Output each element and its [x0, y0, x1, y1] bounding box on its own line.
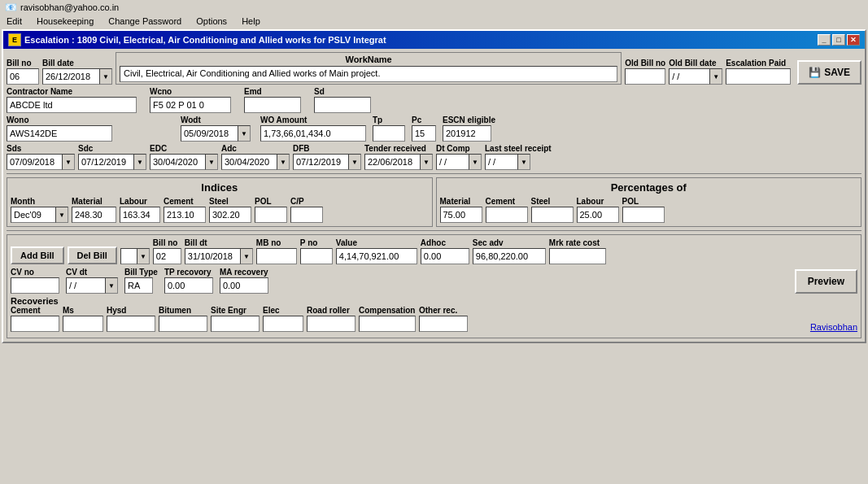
- minimize-button[interactable]: _: [818, 34, 831, 46]
- tp-input[interactable]: [373, 125, 405, 142]
- cp-label: C/P: [290, 197, 323, 206]
- cement-input[interactable]: [164, 207, 206, 223]
- pc-input[interactable]: [412, 125, 436, 142]
- wo-amount-input[interactable]: [260, 125, 366, 142]
- close-button[interactable]: ✕: [847, 34, 860, 46]
- last-steel-receipt-dropdown[interactable]: ▼: [517, 154, 530, 170]
- road-roller-rec-input[interactable]: [307, 316, 355, 332]
- sdc-input[interactable]: [78, 154, 133, 170]
- tender-received-dropdown[interactable]: ▼: [420, 154, 433, 170]
- adc-dropdown[interactable]: ▼: [277, 154, 290, 170]
- compensation-rec-input[interactable]: [359, 316, 416, 332]
- edc-input[interactable]: [150, 154, 205, 170]
- mb-no-input[interactable]: [256, 248, 297, 264]
- old-bill-no-input[interactable]: [625, 68, 665, 85]
- bill-dt-label: Bill dt: [185, 238, 253, 247]
- bill-date-dropdown[interactable]: ▼: [99, 68, 112, 85]
- dt-comp-dropdown[interactable]: ▼: [469, 154, 482, 170]
- bill-dt-dropdown[interactable]: ▼: [240, 248, 253, 264]
- pol-input[interactable]: [255, 207, 287, 223]
- pct-labour-input[interactable]: [577, 207, 619, 223]
- add-bill-button[interactable]: Add Bill: [11, 246, 64, 264]
- pct-steel-input[interactable]: [531, 207, 574, 223]
- other-rec-input[interactable]: [419, 316, 468, 332]
- pct-cement-input[interactable]: [486, 207, 528, 223]
- bill-no2-group: Bill no: [153, 238, 181, 264]
- pct-material-input[interactable]: [440, 207, 482, 223]
- labour-input[interactable]: [120, 207, 160, 223]
- steel-input[interactable]: [209, 207, 251, 223]
- month-input[interactable]: [11, 207, 55, 223]
- bitumen-rec-label: Bitumen: [159, 306, 207, 315]
- edc-dropdown[interactable]: ▼: [205, 154, 218, 170]
- menu-help[interactable]: Help: [235, 15, 267, 28]
- pct-pol-input[interactable]: [622, 207, 665, 223]
- wodt-dropdown[interactable]: ▼: [238, 125, 251, 142]
- bill-list-dropdown[interactable]: ▼: [137, 248, 150, 264]
- sdc-group: Sdc ▼: [78, 144, 146, 170]
- cv-no-input[interactable]: [11, 277, 59, 294]
- pc-group: Pc: [412, 116, 436, 142]
- bill-type-input[interactable]: [124, 277, 153, 294]
- old-bill-no-group: Old Bill no: [625, 59, 665, 85]
- pct-steel-group: Steel: [531, 197, 574, 223]
- material-input[interactable]: [72, 207, 116, 223]
- wodt-input[interactable]: [181, 125, 238, 142]
- maximize-button[interactable]: □: [832, 34, 845, 46]
- value-input[interactable]: [336, 248, 417, 264]
- cv-dt-dropdown[interactable]: ▼: [105, 277, 118, 294]
- tender-received-input[interactable]: [364, 154, 420, 170]
- bill-no-input[interactable]: 06: [7, 68, 39, 85]
- dt-comp-input[interactable]: [436, 154, 469, 170]
- ma-recovery-input[interactable]: [220, 277, 268, 294]
- sec-adv-input[interactable]: [473, 248, 546, 264]
- bitumen-rec-input[interactable]: [159, 316, 207, 332]
- elec-rec-input[interactable]: [263, 316, 303, 332]
- adhoc-input[interactable]: [421, 248, 469, 264]
- menu-options[interactable]: Options: [190, 15, 233, 28]
- sds-dropdown[interactable]: ▼: [62, 154, 75, 170]
- p-no-input[interactable]: [300, 248, 333, 264]
- email-bar: 📧 ravisobhan@yahoo.co.in: [0, 0, 868, 15]
- cement-rec-input[interactable]: [11, 316, 59, 332]
- site-engr-rec-input[interactable]: [211, 316, 260, 332]
- edc-label: EDC: [150, 144, 218, 153]
- wcno-input[interactable]: [150, 97, 231, 113]
- ravisobhan-link[interactable]: Ravisobhan: [810, 322, 857, 332]
- del-bill-button[interactable]: Del Bill: [68, 246, 117, 264]
- cv-dt-input[interactable]: [66, 277, 105, 294]
- bill-dt-input[interactable]: [185, 248, 240, 264]
- wono-input[interactable]: [7, 125, 112, 142]
- sds-input[interactable]: [7, 154, 62, 170]
- bill-no2-input[interactable]: [153, 248, 181, 264]
- preview-button[interactable]: Preview: [795, 269, 857, 294]
- last-steel-receipt-input[interactable]: [485, 154, 517, 170]
- sd-input[interactable]: [314, 97, 371, 113]
- cp-input[interactable]: [290, 207, 323, 223]
- dfb-input[interactable]: [293, 154, 348, 170]
- material-label: Material: [72, 197, 116, 206]
- contractor-name-input[interactable]: [7, 97, 137, 113]
- save-button[interactable]: 💾 SAVE: [797, 60, 861, 85]
- bill-date-input[interactable]: 26/12/2018: [42, 68, 99, 85]
- month-dropdown[interactable]: ▼: [55, 207, 68, 223]
- adc-input[interactable]: [221, 154, 277, 170]
- old-bill-date-input[interactable]: [669, 68, 709, 85]
- menu-edit[interactable]: Edit: [0, 15, 28, 28]
- escalation-paid-input[interactable]: [726, 68, 791, 85]
- p-no-group: P no: [300, 238, 333, 264]
- mrk-rate-cost-input[interactable]: [549, 248, 606, 264]
- emd-input[interactable]: [244, 97, 301, 113]
- escn-eligible-input[interactable]: [443, 125, 491, 142]
- ms-rec-input[interactable]: [63, 316, 103, 332]
- tp-recovery-input[interactable]: [164, 277, 213, 294]
- bill-list-input[interactable]: [120, 248, 137, 264]
- menu-housekeeping[interactable]: Housekeeping: [30, 15, 100, 28]
- dfb-dropdown[interactable]: ▼: [348, 154, 361, 170]
- labour-label: Labour: [120, 197, 160, 206]
- sdc-dropdown[interactable]: ▼: [133, 154, 146, 170]
- old-bill-date-dropdown[interactable]: ▼: [709, 68, 722, 85]
- menu-change-password[interactable]: Change Password: [102, 15, 188, 28]
- hysd-rec-input[interactable]: [107, 316, 155, 332]
- sds-group: Sds ▼: [7, 144, 75, 170]
